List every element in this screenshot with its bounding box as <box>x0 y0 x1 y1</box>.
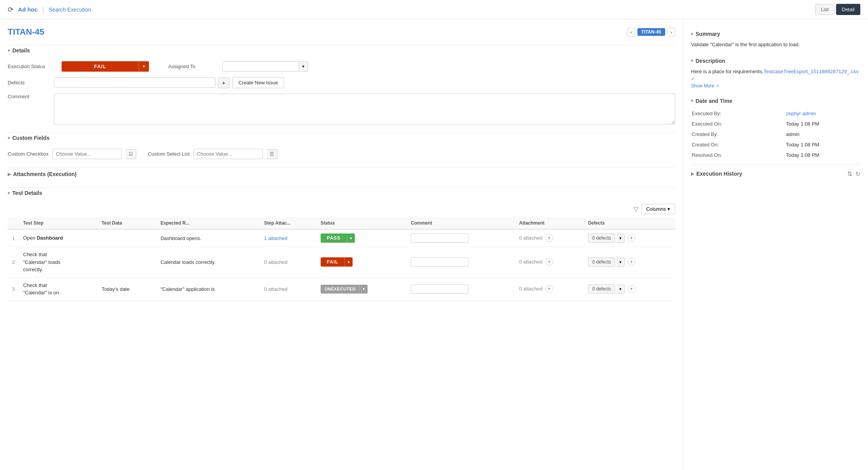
row-step: Check that"Calendar" loadscorrectly. <box>19 247 98 278</box>
refresh-icon-button[interactable]: ↻ <box>855 170 860 178</box>
filter-button[interactable]: ▽ <box>634 205 638 213</box>
defects-input[interactable] <box>54 77 216 88</box>
attach-add-button[interactable]: + <box>545 285 553 293</box>
col-test-data: Test Data <box>98 217 157 229</box>
status-unexecuted-dropdown[interactable]: ▾ <box>360 285 368 294</box>
status-fail-dropdown[interactable]: ▾ <box>345 257 353 267</box>
status-pass-dropdown[interactable]: ▾ <box>347 233 355 243</box>
created-on-row: Created On: Today 1:08 PM <box>692 140 860 149</box>
row-test-data <box>98 229 157 247</box>
status-fail-button[interactable]: FAIL <box>321 257 345 267</box>
row-num: 2 <box>8 247 19 278</box>
status-pass-button[interactable]: PASS <box>321 233 347 243</box>
description-header[interactable]: ▾ Description <box>691 54 860 64</box>
col-step-attach: Step Attac... <box>260 217 317 229</box>
detail-view-button[interactable]: Detail <box>836 4 860 15</box>
details-label: Details <box>12 47 30 54</box>
left-panel: TITAN-45 ‹ TITAN-45 › ▾ Details Executio… <box>0 19 683 470</box>
exec-status-fail-button[interactable]: FAIL <box>62 61 139 72</box>
custom-checkbox-dropdown[interactable]: ☑ <box>125 149 136 159</box>
defects-count-button[interactable]: 0 defects <box>588 233 615 243</box>
add-defect-button[interactable]: + <box>218 77 229 88</box>
resolved-on-label: Resolved On: <box>692 150 785 160</box>
view-toggle: List Detail <box>815 4 860 15</box>
defects-count-add-button[interactable]: + <box>628 258 636 266</box>
created-on-value: Today 1:08 PM <box>786 140 860 149</box>
summary-header[interactable]: ▾ Summary <box>691 27 860 37</box>
columns-chevron: ▾ <box>667 206 670 212</box>
row-step-attach: 1 attached <box>260 229 317 247</box>
row-step: Open Dashboard <box>19 229 98 247</box>
show-more-link[interactable]: Show More <box>691 83 714 89</box>
assigned-to-input[interactable] <box>222 61 299 72</box>
defects-count-dropdown[interactable]: ▾ <box>617 285 625 294</box>
exec-status-group: FAIL ▾ <box>62 61 149 72</box>
attach-add-button[interactable]: + <box>545 234 553 242</box>
test-details-section-header[interactable]: ▾ Test Details <box>8 187 675 198</box>
custom-select-input[interactable] <box>194 149 263 159</box>
status-unexecuted-button[interactable]: UNEXECUTED <box>321 285 360 294</box>
custom-select-group: Custom Select List ☰ <box>148 149 277 159</box>
columns-label: Columns <box>646 206 666 212</box>
test-details-label: Test Details <box>12 190 42 196</box>
summary-section: ▾ Summary Validate "Calendar" is the fir… <box>691 27 860 49</box>
step-attach-link[interactable]: 1 attached <box>264 235 288 241</box>
summary-label: Summary <box>696 31 720 37</box>
sort-icon-button[interactable]: ⇅ <box>847 170 852 178</box>
row-comment-input[interactable] <box>411 284 468 294</box>
page-title-row: TITAN-45 ‹ TITAN-45 › <box>8 27 675 37</box>
summary-chevron: ▾ <box>691 32 693 37</box>
custom-checkbox-input[interactable] <box>52 149 122 159</box>
list-view-button[interactable]: List <box>815 4 835 15</box>
assigned-to-label: Assigned To <box>168 64 214 69</box>
attachments-header[interactable]: ▶ Attachments (Execution) <box>8 171 675 177</box>
comment-row: Comment <box>8 94 675 124</box>
custom-select-dropdown[interactable]: ☰ <box>267 149 278 159</box>
defects-count-button[interactable]: 0 defects <box>588 257 615 267</box>
assigned-to-dropdown[interactable]: ▾ <box>299 61 308 72</box>
attach-add-button[interactable]: + <box>545 258 553 266</box>
header-left: ⟳ Ad hoc | Search Execution <box>8 5 91 14</box>
row-defects: 0 defects ▾ + <box>584 277 675 300</box>
description-link[interactable]: TestcaseTreeExport_1511889287129_.csv <box>764 69 859 74</box>
row-comment-input[interactable] <box>411 257 468 267</box>
executed-on-label: Executed On: <box>692 119 785 129</box>
defects-count-add-button[interactable]: + <box>628 285 636 293</box>
defects-row: Defects + Create New Issue <box>8 77 675 88</box>
page-title: TITAN-45 <box>8 27 44 37</box>
defects-count-dropdown[interactable]: ▾ <box>617 258 625 267</box>
col-comment: Comment <box>407 217 515 229</box>
row-step-attach: 0 attached <box>260 277 317 300</box>
date-time-header[interactable]: ▾ Date and Time <box>691 94 860 104</box>
description-text: Here is a place for requirements.Testcas… <box>691 68 860 83</box>
executed-by-value[interactable]: zephyr admin <box>786 111 816 116</box>
search-execution-link[interactable]: Search Execution <box>49 7 91 13</box>
exec-status-dropdown[interactable]: ▾ <box>139 61 149 72</box>
exec-history-label: Execution History <box>696 171 742 177</box>
nav-prev-button[interactable]: ‹ <box>627 28 635 37</box>
titan-badge: TITAN-45 <box>637 28 665 36</box>
adhoc-link[interactable]: Ad hoc <box>18 6 38 13</box>
defects-count-add-button[interactable]: + <box>628 234 636 242</box>
defects-count-button[interactable]: 0 defects <box>588 284 615 294</box>
nav-next-button[interactable]: › <box>667 28 675 37</box>
exec-history-header[interactable]: ▶ Execution History <box>691 171 742 177</box>
row-defects: 0 defects ▾ + <box>584 229 675 247</box>
columns-button[interactable]: Columns ▾ <box>641 204 675 214</box>
details-section-header[interactable]: ▾ Details <box>8 45 675 56</box>
exec-status-row: Execution Status FAIL ▾ Assigned To ▾ <box>8 61 675 72</box>
col-num <box>8 217 19 229</box>
defects-count-dropdown[interactable]: ▾ <box>617 234 625 243</box>
comment-textarea[interactable] <box>54 94 675 124</box>
row-expected: "Calendar" application is <box>157 277 260 300</box>
row-defects: 0 defects ▾ + <box>584 247 675 278</box>
col-test-step: Test Step <box>19 217 98 229</box>
row-comment <box>407 247 515 278</box>
executed-by-label: Executed By: <box>692 109 785 118</box>
row-comment-input[interactable] <box>411 233 468 243</box>
custom-checkbox-group: Custom Checkbox ☑ <box>8 149 136 159</box>
col-defects: Defects <box>584 217 675 229</box>
create-issue-button[interactable]: Create New Issue <box>232 77 284 88</box>
custom-fields-header[interactable]: ▾ Custom Fields <box>8 132 675 143</box>
header-divider: | <box>42 5 44 13</box>
